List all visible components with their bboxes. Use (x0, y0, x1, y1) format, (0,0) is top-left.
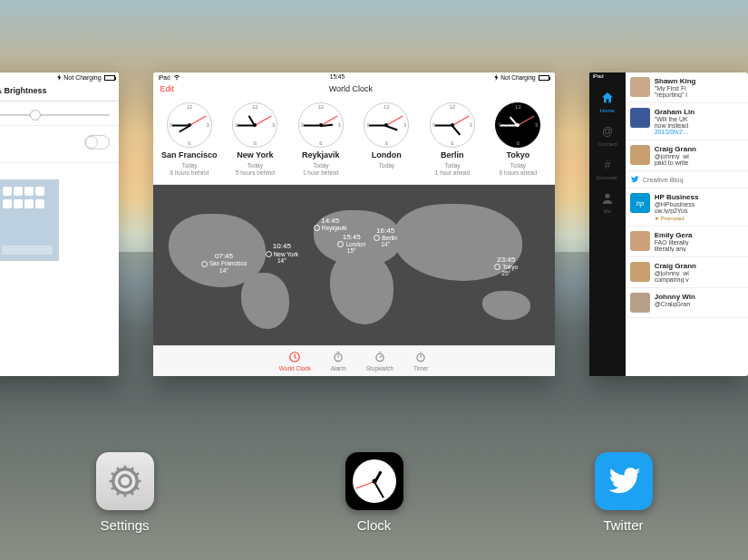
city-new-york[interactable]: 12369 New York Today5 hours behind (224, 102, 286, 177)
nav-connect[interactable]: @Connect (597, 124, 617, 147)
twitter-icon[interactable] (595, 452, 653, 510)
tweet-text: paid to write (655, 159, 743, 166)
edit-button[interactable]: Edit (160, 84, 175, 93)
clock-faces-row: 12369 San Francisco Today8 hours behind … (153, 95, 555, 185)
svg-rect-16 (123, 492, 126, 497)
wallpaper-thumbnail[interactable] (0, 179, 59, 261)
map-label-berlin: 16:45 Berlin 14° (374, 227, 397, 248)
map-label-reykjavik: 14:45 Reykjavik (314, 217, 347, 232)
toggle-switch[interactable] (84, 135, 110, 150)
app-twitter[interactable]: Twitter (595, 452, 653, 533)
city-name: Berlin (441, 150, 464, 159)
weather-icon (201, 261, 208, 267)
tweet-row[interactable]: Craig Grann @johnny_wi comparing v (626, 257, 748, 288)
city-offset: Today8 hours behind (170, 162, 209, 177)
connect-icon: @ (600, 124, 615, 140)
clock-header: Edit World Clock (153, 82, 555, 95)
statusbar-time: 15:45 (330, 73, 345, 82)
tweet-row[interactable]: Graham Lin "Will the UK now instead 2013… (626, 103, 748, 140)
bolt-icon (494, 74, 498, 81)
map-label-new-york: 10:45 New York 14° (266, 242, 298, 264)
map-label-london: 15:45 London 15° (337, 233, 365, 255)
map-label-tokyo: 23:45 Tokyo 25° (494, 256, 518, 277)
city-name: Reykjavik (302, 150, 340, 159)
nav-home[interactable]: Home (600, 91, 615, 113)
weather-icon (494, 264, 500, 270)
nav-label: Discover (597, 175, 617, 180)
app-switcher-icons: Settings Clock Twitter (0, 452, 748, 533)
world-map[interactable]: 07:45 San Francisco 14° 10:45 New York 1… (153, 185, 555, 345)
clock-face-icon: 12369 (430, 102, 475, 148)
city-name: San Francisco (161, 150, 218, 159)
svg-point-6 (605, 194, 609, 198)
wifi-icon (173, 73, 180, 82)
city-reykjavik[interactable]: 12369 Reykjavik Today1 hour behind (290, 102, 352, 177)
city-berlin[interactable]: 12369 Berlin Today1 hour ahead (422, 102, 483, 177)
tweet-text: FAO literally (655, 239, 743, 246)
app-switcher-cards[interactable]: Not Charging apers & Brightness iPad 1 (0, 72, 748, 381)
creative-bloq-row[interactable]: Creative Bloq (626, 171, 748, 188)
clock-face-icon: 12369 (495, 102, 540, 148)
tab-icon (374, 351, 386, 364)
tab-stopwatch[interactable]: Stopwatch (366, 351, 393, 372)
weather-icon (314, 225, 320, 231)
auto-brightness-row (0, 126, 119, 163)
tweet-row[interactable]: Johnny Win @CraigGran (626, 288, 748, 318)
charge-label: Not Charging (500, 74, 535, 81)
tab-label: Alarm (331, 365, 346, 372)
city-name: Tokyo (506, 150, 529, 159)
discover-icon: # (600, 158, 615, 173)
app-clock[interactable]: Clock (345, 452, 403, 533)
nav-label: Me (604, 208, 611, 214)
tweet-row[interactable]: hp HP Business @HPbusiness ow.ly/p2Yos ➤… (626, 188, 748, 227)
card-settings[interactable]: Not Charging apers & Brightness (0, 72, 119, 376)
avatar (630, 231, 650, 251)
clock-icon[interactable] (345, 452, 403, 510)
battery-icon (104, 75, 115, 81)
tab-label: World Clock (279, 365, 311, 372)
city-offset: Today8 hours ahead (500, 162, 538, 177)
tab-timer[interactable]: Timer (413, 351, 428, 372)
statusbar: iPad (589, 72, 748, 80)
device-label: iPad (159, 74, 170, 81)
tweet-text: "My First Fi (655, 85, 743, 92)
clock-face-icon: 12369 (167, 102, 212, 148)
avatar (630, 108, 650, 128)
city-london[interactable]: 12369 London Today (355, 102, 417, 177)
tweet-author: Johnny Win (655, 293, 743, 301)
nav-discover[interactable]: #Discover (597, 158, 617, 180)
twitter-nav-sidebar: Home@Connect#DiscoverMe (589, 72, 626, 376)
tweet-row[interactable]: Emily Gera FAO literally literally any (626, 227, 748, 257)
creative-bloq-label: Creative Bloq (643, 176, 684, 184)
twitter-bird-icon (630, 175, 639, 184)
settings-section-title: apers & Brightness (0, 82, 119, 101)
app-label: Settings (100, 517, 149, 533)
nav-label: Home (600, 108, 615, 113)
city-offset: Today5 hours behind (236, 162, 275, 177)
statusbar: Not Charging (0, 72, 119, 82)
promoted-badge: ➤Promoted (655, 215, 743, 221)
app-label: Clock (357, 517, 392, 533)
card-twitter[interactable]: iPad Home@Connect#DiscoverMe Shawn King … (589, 72, 748, 376)
slider-knob[interactable] (30, 110, 41, 121)
city-san-francisco[interactable]: 12369 San Francisco Today8 hours behind (159, 102, 220, 177)
avatar-hp-logo: hp (630, 193, 650, 213)
city-tokyo[interactable]: 12369 Tokyo Today8 hours ahead (487, 102, 549, 177)
tweet-text: comparing v (655, 276, 743, 283)
tab-world-clock[interactable]: World Clock (279, 351, 311, 372)
promoted-arrow-icon: ➤ (655, 215, 659, 221)
home-icon (600, 91, 615, 106)
clock-face-icon: 12369 (298, 102, 344, 148)
app-settings[interactable]: Settings (96, 452, 154, 533)
avatar (630, 145, 650, 165)
nav-me[interactable]: Me (600, 191, 615, 214)
tweet-row[interactable]: Craig Grann @johnny_wi paid to write (626, 140, 748, 171)
twitter-feed[interactable]: Shawn King "My First Fi "reporting" l Gr… (626, 72, 748, 376)
card-clock[interactable]: iPad 15:45 Not Charging Edit World Clock… (153, 72, 555, 376)
tweet-author: HP Business (655, 193, 743, 201)
weather-icon (337, 241, 344, 247)
settings-icon[interactable] (96, 452, 154, 510)
tab-alarm[interactable]: Alarm (331, 351, 346, 372)
tweet-link[interactable]: 2013/09/2… (655, 129, 743, 135)
brightness-slider[interactable] (0, 114, 110, 116)
